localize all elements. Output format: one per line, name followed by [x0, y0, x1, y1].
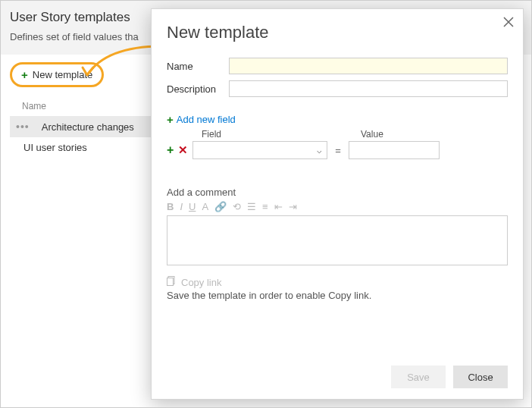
comment-input[interactable]	[167, 215, 508, 265]
chevron-down-icon: ⌵	[317, 146, 322, 155]
svg-rect-1	[167, 278, 174, 286]
field-select[interactable]: ⌵	[192, 141, 327, 159]
value-input[interactable]	[349, 141, 440, 159]
font-icon[interactable]: A	[202, 201, 208, 212]
more-icon[interactable]: •••	[16, 121, 34, 133]
close-button[interactable]: Close	[453, 366, 508, 388]
delete-row-icon[interactable]: ✕	[178, 143, 188, 157]
add-new-field-link[interactable]: + Add new field	[167, 114, 236, 125]
new-template-dialog: New template Name Description + Add new …	[151, 8, 524, 400]
list-item-label: Architecture changes	[34, 121, 134, 133]
add-row-icon[interactable]: +	[167, 143, 174, 157]
comment-toolbar: B I U A 🔗 ⟲ ☰ ≡ ⇤ ⇥	[167, 198, 508, 215]
copy-link-label: Copy link	[181, 277, 221, 288]
save-button[interactable]: Save	[391, 366, 446, 388]
name-label: Name	[167, 61, 229, 72]
italic-icon[interactable]: I	[180, 201, 183, 212]
comment-label: Add a comment	[167, 187, 508, 198]
outdent-icon[interactable]: ⇤	[274, 201, 283, 212]
underline-icon[interactable]: U	[189, 201, 196, 212]
annotation-highlight: + New template	[10, 62, 104, 87]
link-icon[interactable]: 🔗	[214, 201, 227, 212]
bullet-list-icon[interactable]: ☰	[247, 201, 256, 212]
new-template-label: New template	[33, 69, 92, 80]
indent-icon[interactable]: ⇥	[289, 201, 297, 212]
numbered-list-icon[interactable]: ≡	[262, 201, 268, 212]
copy-link-button: Copy link	[167, 276, 508, 288]
plus-icon: +	[167, 114, 174, 125]
description-input[interactable]	[229, 80, 508, 97]
close-icon[interactable]	[503, 17, 514, 30]
field-column-header: Field	[202, 129, 340, 140]
dialog-title: New template	[167, 23, 508, 42]
value-column-header: Value	[361, 129, 383, 140]
dialog-footer: Save Close	[391, 366, 508, 388]
copy-link-hint: Save the template in order to enable Cop…	[167, 290, 508, 301]
description-label: Description	[167, 83, 229, 95]
list-item-label: UI user stories	[16, 142, 87, 153]
add-new-field-label: Add new field	[177, 114, 236, 125]
field-row: + ✕ ⌵ =	[167, 141, 508, 159]
plus-icon: +	[21, 69, 28, 80]
copy-icon	[167, 276, 177, 288]
clear-format-icon[interactable]: ⟲	[233, 201, 241, 212]
new-template-button[interactable]: + New template	[14, 66, 100, 83]
equals-label: =	[332, 145, 344, 156]
bold-icon[interactable]: B	[167, 201, 174, 212]
name-input[interactable]	[229, 58, 508, 74]
